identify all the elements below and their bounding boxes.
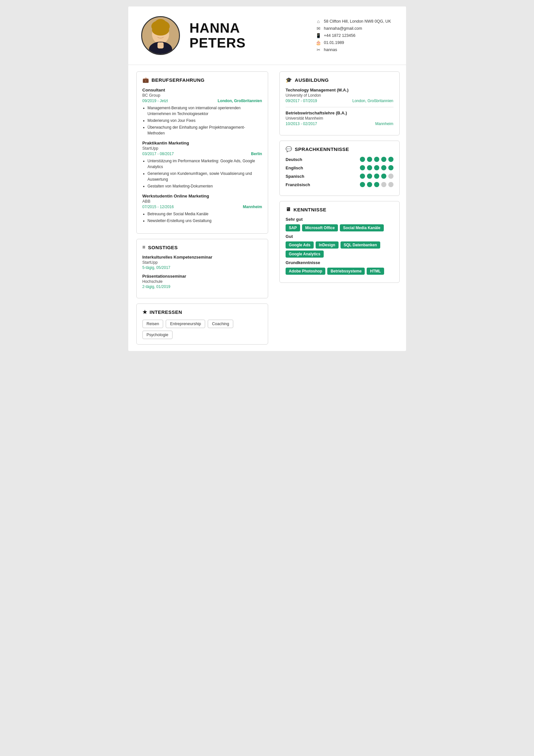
job-entry: Werkstudentin Online Marketing ABB 07/20… — [142, 194, 262, 224]
language-name: Englisch — [286, 166, 315, 170]
resume-page: HANNA PETERS ⌂ 58 Clifton Hill, London N… — [128, 7, 406, 351]
job-bullets: Betreuung der Social Media Kanäle Newsle… — [142, 211, 262, 224]
dot-filled — [388, 165, 394, 170]
monitor-icon: 🖥 — [286, 206, 291, 212]
edu-location: Mannheim — [375, 122, 393, 126]
list-item: Moderierung von Jour Fixes — [148, 118, 262, 123]
job-title: Werkstudentin Online Marketing — [142, 194, 262, 199]
edu-degree: Betriebswirtschaftslehre (B.A.) — [286, 111, 393, 115]
edu-location: London, Großbritannien — [352, 98, 394, 103]
dot-filled — [367, 157, 372, 162]
sonstiges-org: StartUpp — [142, 260, 262, 265]
job-location: London, Großbritannien — [218, 98, 262, 103]
skill-tag: Betriebssysteme — [327, 268, 365, 275]
ausbildung-section: 🎓 AUSBILDUNG Technology Management (M.A.… — [279, 71, 399, 135]
interest-item: Entrepreneurship — [166, 320, 205, 328]
language-name: Spanisch — [286, 174, 315, 179]
sonstiges-title: ≡ SONSTIGES — [142, 244, 262, 250]
sonstiges-entry-title: Präsentationsseminar — [142, 274, 262, 279]
list-item: Überwachung der Einhaltung agiler Projek… — [148, 124, 262, 136]
dot-empty — [388, 182, 394, 187]
berufserfahrung-title: 💼 BERUFSERFAHRUNG — [142, 77, 262, 83]
job-meta: 03/2017 - 08/2017 Berlin — [142, 151, 262, 156]
list-item: Management-Beratung von international op… — [148, 105, 262, 117]
social-text: hannas — [324, 47, 337, 52]
dot-filled — [367, 174, 372, 179]
job-location: Berlin — [251, 151, 262, 156]
briefcase-icon: 💼 — [142, 77, 149, 83]
edu-entry: Betriebswirtschaftslehre (B.A.) Universi… — [286, 111, 393, 126]
skill-tags: SAP Microsoft Office Social Media Kanäle — [286, 224, 393, 231]
sonstiges-date: 5-tägig, 05/2017 — [142, 265, 262, 270]
skill-tag: InDesign — [316, 241, 339, 249]
address-row: ⌂ 58 Clifton Hill, London NW8 0QG, UK — [316, 19, 393, 24]
job-entry: Consultant BC Group 09/2019 - Jetzt Lond… — [142, 88, 262, 136]
sonstiges-section: ≡ SONSTIGES Interkulturelles Kompetenzse… — [136, 239, 268, 298]
edu-meta: 10/2013 - 02/2017 Mannheim — [286, 122, 393, 126]
job-bullets: Unterstützung im Performance Marketing: … — [142, 158, 262, 189]
social-row: ✂ hannas — [316, 47, 393, 52]
job-meta: 09/2019 - Jetzt London, Großbritannien — [142, 98, 262, 103]
skill-level-label: Grundkenntnisse — [286, 260, 393, 265]
phone-row: 📱 +44 1872 123456 — [316, 33, 393, 38]
job-entry: Praktikantin Marketing StartUpp 03/2017 … — [142, 141, 262, 189]
list-icon: ≡ — [142, 244, 146, 250]
dot-filled — [374, 165, 379, 170]
job-meta: 07/2015 - 12/2016 Mannheim — [142, 204, 262, 209]
interest-item: Reisen — [142, 320, 164, 328]
list-item: Gestalten von Marketing-Dokumenten — [148, 183, 262, 189]
main-content: 💼 BERUFSERFAHRUNG Consultant BC Group 09… — [128, 65, 406, 351]
edu-school: Universität Mannheim — [286, 116, 393, 121]
dob-text: 01.01.1989 — [324, 40, 344, 45]
job-date: 07/2015 - 12/2016 — [142, 204, 174, 209]
job-location: Mannheim — [243, 204, 262, 209]
list-item: Unterstützung im Performance Marketing: … — [148, 158, 262, 170]
edu-entry: Technology Management (M.A.) University … — [286, 88, 393, 103]
dot-filled — [360, 157, 365, 162]
dot-empty — [388, 174, 394, 179]
skill-level-label: Sehr gut — [286, 217, 393, 222]
left-column: 💼 BERUFSERFAHRUNG Consultant BC Group 09… — [128, 65, 275, 351]
job-date: 03/2017 - 08/2017 — [142, 151, 174, 156]
language-name: Deutsch — [286, 157, 315, 162]
list-item: Betreuung der Social Media Kanäle — [148, 211, 262, 217]
skill-level-label: Gut — [286, 234, 393, 239]
skill-tags: Adobe Photoshop Betriebssysteme HTML — [286, 268, 393, 275]
phone-text: +44 1872 123456 — [324, 33, 356, 38]
edu-date: 10/2013 - 02/2017 — [286, 122, 317, 126]
svg-rect-6 — [157, 42, 164, 48]
cake-icon: 🎂 — [316, 40, 321, 45]
edu-school: University of London — [286, 93, 393, 97]
sonstiges-org: Hochschule — [142, 279, 262, 284]
edu-degree: Technology Management (M.A.) — [286, 88, 393, 93]
star-icon: ★ — [142, 309, 147, 315]
interessen-section: ★ INTERESSEN Reisen Entrepreneurship Coa… — [136, 304, 268, 344]
job-date: 09/2019 - Jetzt — [142, 98, 168, 103]
contact-block: ⌂ 58 Clifton Hill, London NW8 0QG, UK ✉ … — [316, 19, 393, 52]
list-item: Newsletter-Erstellung uns Gestaltung — [148, 218, 262, 224]
skill-tag: SAP — [286, 224, 300, 231]
dot-filled — [374, 174, 379, 179]
name-block: HANNA PETERS — [190, 21, 306, 50]
dot-filled — [388, 157, 394, 162]
skill-tag: Google Ads — [286, 241, 314, 249]
language-row: Deutsch — [286, 157, 393, 162]
dot-filled — [381, 165, 386, 170]
skill-tags: Google Ads InDesign SQL Datenbanken Goog… — [286, 241, 393, 257]
edu-date: 09/2017 - 07/2019 — [286, 98, 317, 103]
job-company: ABB — [142, 199, 262, 203]
header: HANNA PETERS ⌂ 58 Clifton Hill, London N… — [128, 7, 406, 65]
language-dots — [360, 165, 394, 170]
dot-filled — [360, 165, 365, 170]
sonstiges-entry: Präsentationsseminar Hochschule 2-tägig,… — [142, 274, 262, 289]
avatar — [141, 16, 180, 55]
language-dots — [360, 182, 394, 187]
kenntnisse-title: 🖥 KENNTNISSE — [286, 206, 393, 212]
job-company: BC Group — [142, 93, 262, 97]
job-title: Consultant — [142, 88, 262, 93]
address-text: 58 Clifton Hill, London NW8 0QG, UK — [324, 19, 391, 24]
job-company: StartUpp — [142, 146, 262, 150]
skill-tag: SQL Datenbanken — [341, 241, 380, 249]
email-row: ✉ hannaha@gmail.com — [316, 26, 393, 31]
skill-tag: Adobe Photoshop — [286, 268, 325, 275]
